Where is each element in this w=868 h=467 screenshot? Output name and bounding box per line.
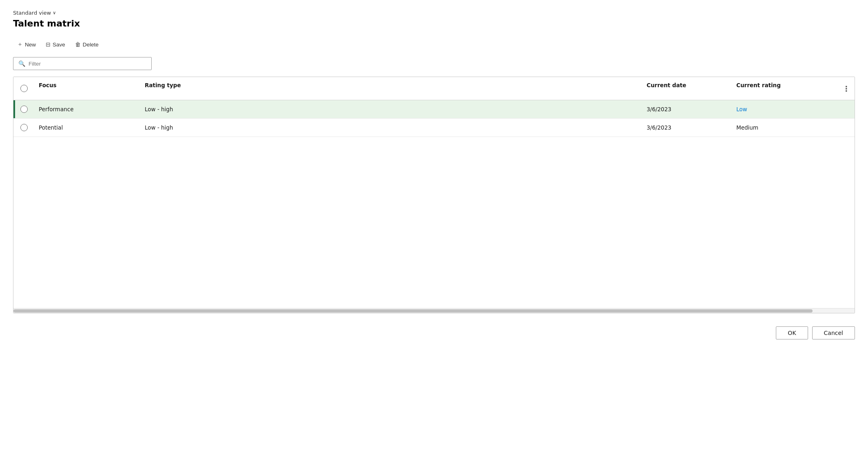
save-button[interactable]: ⊟ Save — [42, 39, 69, 50]
row1-focus: Performance — [35, 100, 141, 118]
col-header-focus: Focus — [35, 77, 141, 100]
row1-radio[interactable] — [20, 106, 28, 113]
cancel-button[interactable]: Cancel — [812, 326, 855, 339]
col-header-current-rating: Current rating — [732, 77, 838, 100]
empty-grid-area — [13, 137, 855, 308]
row1-current-date: 3/6/2023 — [643, 100, 732, 118]
page-title: Talent matrix — [13, 18, 855, 29]
scrollbar-thumb[interactable] — [13, 309, 813, 313]
delete-button-label: Delete — [83, 42, 99, 48]
chevron-down-icon: ∨ — [53, 10, 56, 15]
ok-button[interactable]: OK — [776, 326, 808, 339]
row2-focus: Potential — [35, 119, 141, 137]
data-grid: Focus Rating type Current date Current r… — [13, 77, 855, 313]
trash-icon: 🗑 — [75, 41, 81, 48]
new-button[interactable]: ＋ New — [13, 38, 40, 51]
row1-rating-link[interactable]: Low — [736, 106, 747, 112]
row1-more — [838, 100, 855, 118]
table-row[interactable]: Potential Low - high 3/6/2023 Medium — [13, 119, 855, 137]
horizontal-scrollbar[interactable] — [13, 308, 855, 313]
row2-checkbox-cell[interactable] — [13, 119, 35, 137]
col-header-current-date: Current date — [643, 77, 732, 100]
row2-more — [838, 119, 855, 137]
delete-button[interactable]: 🗑 Delete — [71, 39, 103, 50]
grid-header-row: Focus Rating type Current date Current r… — [13, 77, 855, 100]
column-more-icon[interactable]: ⋮ — [842, 82, 850, 95]
selected-bar — [13, 100, 15, 118]
search-icon: 🔍 — [18, 60, 25, 67]
row1-rating-type: Low - high — [141, 100, 643, 118]
view-selector-label: Standard view — [13, 10, 51, 16]
save-icon: ⊟ — [46, 41, 51, 48]
save-button-label: Save — [53, 42, 65, 48]
row2-current-date: 3/6/2023 — [643, 119, 732, 137]
row2-radio[interactable] — [20, 124, 28, 131]
plus-icon: ＋ — [17, 41, 23, 48]
view-selector[interactable]: Standard view ∨ — [13, 10, 855, 16]
row1-checkbox-cell[interactable] — [13, 100, 35, 118]
new-button-label: New — [25, 42, 36, 48]
filter-box: 🔍 — [13, 57, 152, 70]
toolbar: ＋ New ⊟ Save 🗑 Delete — [13, 38, 855, 51]
select-all-checkbox[interactable] — [20, 85, 28, 92]
row2-rating-type: Low - high — [141, 119, 643, 137]
select-all-cell[interactable] — [13, 77, 35, 100]
row2-current-rating: Medium — [732, 119, 838, 137]
filter-input[interactable] — [29, 61, 146, 67]
col-header-rating-type: Rating type — [141, 77, 643, 100]
more-options-header[interactable]: ⋮ — [838, 77, 855, 100]
row1-current-rating[interactable]: Low — [732, 100, 838, 118]
table-row[interactable]: Performance Low - high 3/6/2023 Low — [13, 100, 855, 119]
footer-buttons: OK Cancel — [13, 323, 855, 339]
